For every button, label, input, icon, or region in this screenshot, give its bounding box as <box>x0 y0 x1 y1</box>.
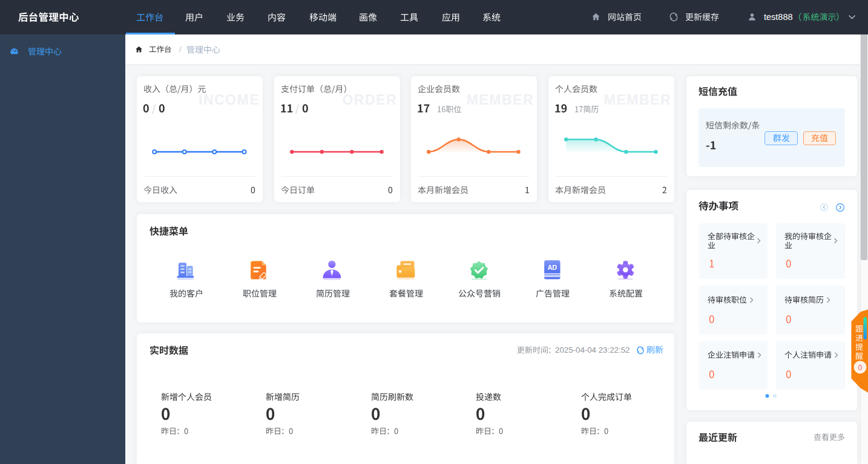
svg-text:AD: AD <box>547 263 557 270</box>
